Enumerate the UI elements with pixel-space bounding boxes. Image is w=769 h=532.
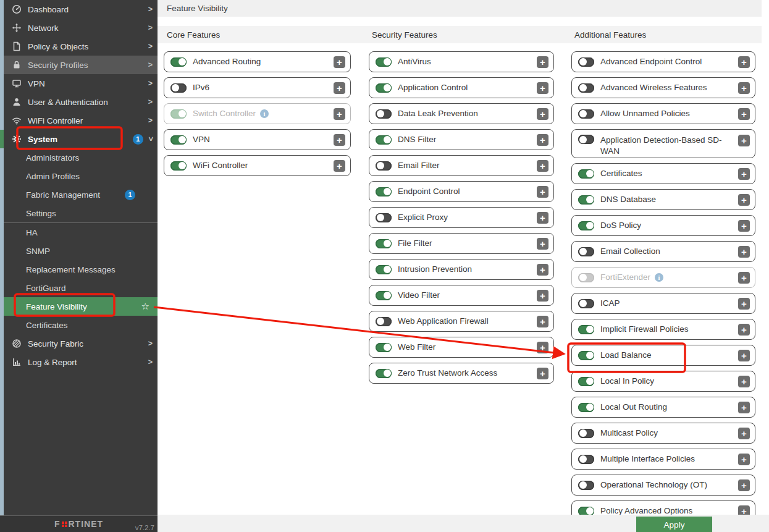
expand-plus-button[interactable]: + xyxy=(537,108,548,120)
expand-plus-button[interactable]: + xyxy=(537,186,548,198)
feature-label: Certificates xyxy=(600,168,642,179)
apply-button[interactable]: Apply xyxy=(636,517,712,532)
toggle-off-allow-unnamed-policies[interactable] xyxy=(578,109,594,119)
sidebar-item-snmp[interactable]: SNMP xyxy=(4,242,158,260)
chevron-right-icon: > xyxy=(148,339,153,348)
expand-plus-button[interactable]: + xyxy=(738,135,750,146)
expand-plus-button[interactable]: + xyxy=(334,160,345,172)
toggle-on-zero-trust-network-access[interactable] xyxy=(376,369,392,378)
monitor-icon xyxy=(11,78,22,89)
sidebar-item-certificates[interactable]: Certificates xyxy=(4,316,158,334)
sidebar-item-admin-profiles[interactable]: Admin Profiles xyxy=(4,167,158,185)
expand-plus-button[interactable]: + xyxy=(738,194,750,206)
toggle-on-local-out-routing[interactable] xyxy=(578,403,594,412)
toggle-on-implicit-firewall-policies[interactable] xyxy=(578,325,594,334)
sidebar-item-network[interactable]: Network> xyxy=(4,19,158,37)
sidebar-item-fabric-management[interactable]: Fabric Management1 xyxy=(4,185,158,204)
toggle-on-dos-policy[interactable] xyxy=(578,221,594,230)
expand-plus-button[interactable]: + xyxy=(537,56,548,68)
sidebar-item-vpn[interactable]: VPN> xyxy=(4,74,158,93)
expand-plus-button[interactable]: + xyxy=(334,82,345,94)
expand-plus-button[interactable]: + xyxy=(738,246,750,258)
expand-plus-button[interactable]: + xyxy=(738,428,750,439)
sidebar-item-dashboard[interactable]: Dashboard> xyxy=(4,0,158,19)
sidebar-item-administrators[interactable]: Administrators xyxy=(4,148,158,167)
toggle-off-operational-technology-ot[interactable] xyxy=(578,481,594,490)
toggle-off-data-leak-prevention[interactable] xyxy=(376,109,392,119)
toggle-knob xyxy=(384,136,391,143)
expand-plus-button[interactable]: + xyxy=(738,454,750,465)
toggle-off-email-filter[interactable] xyxy=(376,161,392,171)
expand-plus-button[interactable]: + xyxy=(738,82,750,94)
sidebar-item-security-fabric[interactable]: Security Fabric> xyxy=(4,334,158,353)
expand-plus-button[interactable]: + xyxy=(334,134,345,146)
toggle-on-local-in-policy[interactable] xyxy=(578,377,594,386)
toggle-off-icap[interactable] xyxy=(578,299,594,308)
expand-plus-button[interactable]: + xyxy=(537,368,548,379)
toggle-off-explicit-proxy[interactable] xyxy=(376,213,392,222)
toggle-off-multiple-interface-policies[interactable] xyxy=(578,455,594,464)
toggle-knob xyxy=(579,455,587,463)
expand-plus-button[interactable]: + xyxy=(738,350,750,361)
toggle-knob xyxy=(579,274,587,281)
expand-plus-button[interactable]: + xyxy=(738,376,750,387)
sidebar-item-wifi-controller[interactable]: WiFi Controller> xyxy=(4,111,158,130)
expand-plus-button[interactable]: + xyxy=(738,479,750,491)
toggle-on-wifi-controller[interactable] xyxy=(170,161,187,171)
expand-plus-button[interactable]: + xyxy=(537,238,548,250)
toggle-off-multicast-policy[interactable] xyxy=(578,429,594,438)
expand-plus-button[interactable]: + xyxy=(738,108,750,120)
sidebar-item-replacement-messages[interactable]: Replacement Messages xyxy=(4,260,158,279)
expand-plus-button[interactable]: + xyxy=(537,342,548,353)
sidebar-item-fortiguard[interactable]: FortiGuard xyxy=(4,279,158,297)
expand-plus-button[interactable]: + xyxy=(738,56,750,68)
expand-plus-button[interactable]: + xyxy=(738,298,750,310)
expand-plus-button[interactable]: + xyxy=(334,108,345,120)
sidebar-item-feature-visibility[interactable]: Feature Visibility☆ xyxy=(4,297,158,316)
expand-plus-button[interactable]: + xyxy=(537,82,548,94)
toggle-on-vpn[interactable] xyxy=(170,135,187,145)
sidebar-item-log-report[interactable]: Log & Report> xyxy=(4,353,158,371)
expand-plus-button[interactable]: + xyxy=(738,402,750,413)
toggle-off-application-detection-based-sd-wan[interactable] xyxy=(578,135,594,144)
toggle-off-ipv6[interactable] xyxy=(170,83,187,93)
toggle-off-web-application-firewall[interactable] xyxy=(376,317,392,326)
toggle-on-dns-filter[interactable] xyxy=(376,135,392,145)
sidebar-item-settings[interactable]: Settings xyxy=(4,204,158,222)
expand-plus-button[interactable]: + xyxy=(334,56,345,68)
favorite-star-icon[interactable]: ☆ xyxy=(141,301,149,312)
toggle-off-advanced-endpoint-control[interactable] xyxy=(578,57,594,67)
toggle-on-endpoint-control[interactable] xyxy=(376,187,392,196)
sidebar-item-ha[interactable]: HA xyxy=(4,223,158,242)
toggle-on-web-filter[interactable] xyxy=(376,343,392,352)
toggle-on-antivirus[interactable] xyxy=(376,57,392,67)
sidebar-item-user-authentication[interactable]: User & Authentication> xyxy=(4,93,158,111)
toggle-off-advanced-wireless-features[interactable] xyxy=(578,83,594,93)
sidebar-item-security-profiles[interactable]: Security Profiles> xyxy=(4,56,158,74)
toggle-off-email-collection[interactable] xyxy=(578,247,594,256)
toggle-on-video-filter[interactable] xyxy=(376,291,392,300)
toggle-on-dns-database[interactable] xyxy=(578,195,594,205)
expand-plus-button[interactable]: + xyxy=(738,324,750,336)
expand-plus-button[interactable]: + xyxy=(738,168,750,180)
toggle-on-advanced-routing[interactable] xyxy=(170,57,187,67)
expand-plus-button[interactable]: + xyxy=(738,220,750,232)
toggle-on-certificates[interactable] xyxy=(578,169,594,179)
expand-plus-button[interactable]: + xyxy=(537,316,548,327)
lock-icon xyxy=(11,60,22,70)
expand-plus-button[interactable]: + xyxy=(537,264,548,276)
expand-plus-button[interactable]: + xyxy=(537,212,548,224)
expand-plus-button[interactable]: + xyxy=(537,290,548,302)
toggle-on-file-filter[interactable] xyxy=(376,239,392,248)
feature-label: Switch Controller xyxy=(193,108,256,119)
expand-plus-button[interactable]: + xyxy=(738,272,750,284)
toggle-on-application-control[interactable] xyxy=(376,83,392,93)
expand-plus-button[interactable]: + xyxy=(537,134,548,146)
toggle-on-intrusion-prevention[interactable] xyxy=(376,265,392,274)
sidebar-item-system[interactable]: System1> xyxy=(4,130,158,148)
sidebar-item-policy-objects[interactable]: Policy & Objects> xyxy=(4,37,158,56)
expand-plus-button[interactable]: + xyxy=(537,160,548,172)
logo-dot-grid-icon xyxy=(62,521,67,527)
toggle-knob xyxy=(377,214,384,221)
toggle-on-load-balance[interactable] xyxy=(578,351,594,360)
